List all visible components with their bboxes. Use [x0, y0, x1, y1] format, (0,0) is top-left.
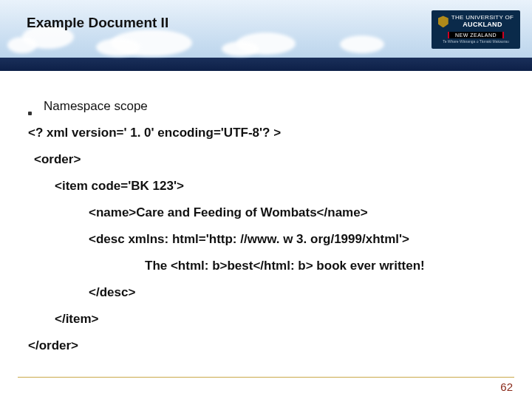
logo-line2: AUCKLAND: [451, 21, 514, 29]
bullet-text: Namespace scope: [44, 99, 148, 114]
bullet-item: Namespace scope: [21, 99, 511, 114]
header-divider-bar: [0, 58, 532, 71]
code-line: <? xml version=' 1. 0' encoding='UTF-8'?…: [21, 126, 511, 140]
code-line: </item>: [21, 312, 511, 327]
cloud-decoration: [7, 37, 37, 53]
code-line: <desc xmlns: html='http: //www. w 3. org…: [21, 232, 511, 247]
page-number: 62: [500, 381, 513, 393]
cloud-decoration: [96, 38, 140, 56]
code-line: The <html: b>best</html: b> book ever wr…: [21, 259, 511, 273]
slide: Example Document II THE UNIVERSITY OF AU…: [0, 0, 532, 399]
cloud-decoration: [222, 41, 259, 56]
logo-top-row: THE UNIVERSITY OF AUCKLAND: [438, 15, 514, 29]
university-logo: THE UNIVERSITY OF AUCKLAND NEW ZEALAND T…: [432, 10, 520, 49]
code-line: </desc>: [21, 285, 511, 300]
code-line: </order>: [21, 338, 511, 353]
bullet-icon: [28, 112, 32, 115]
slide-body: Namespace scope <? xml version=' 1. 0' e…: [0, 71, 532, 377]
crest-icon: [438, 16, 449, 27]
logo-text: THE UNIVERSITY OF AUCKLAND: [451, 15, 514, 29]
logo-nz-badge: NEW ZEALAND: [448, 32, 504, 39]
code-line: <name>Care and Feeding of Wombats</name>: [21, 205, 511, 220]
slide-header: Example Document II THE UNIVERSITY OF AU…: [0, 0, 532, 58]
footer-divider: [18, 377, 514, 378]
code-line: <order>: [21, 152, 511, 167]
logo-maori-line: Te Whare Wānanga o Tāmaki Makaurau: [443, 40, 509, 44]
cloud-decoration: [340, 35, 384, 53]
code-line: <item code='BK 123'>: [21, 179, 511, 194]
slide-title: Example Document II: [27, 15, 168, 31]
